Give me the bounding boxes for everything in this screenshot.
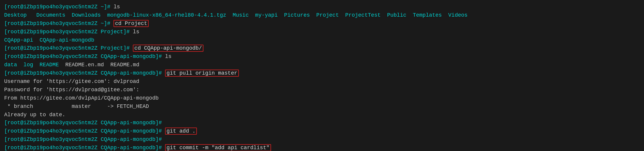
normal-text: ls	[165, 54, 172, 59]
prompt: [root@iZbp19po4ho3yqvoc5ntm2Z CQApp-api-…	[4, 54, 165, 59]
cyan-text: Desktop	[4, 12, 27, 18]
prompt: [root@iZbp19po4ho3yqvoc5ntm2Z ~]#	[4, 4, 113, 10]
normal-text	[27, 12, 36, 18]
cyan-text: Public	[387, 12, 407, 18]
cyan-text: Videos	[448, 12, 468, 18]
normal-text: README.en.md README.md	[59, 62, 139, 68]
terminal-line: [root@iZbp19po4ho3yqvoc5ntm2Z ~]# cd Pro…	[4, 20, 640, 28]
highlighted-command: git add .	[165, 128, 197, 135]
prompt: [root@iZbp19po4ho3yqvoc5ntm2Z Project]#	[4, 29, 133, 35]
normal-text: Username for 'https://gitee.com': dvlpro…	[4, 78, 139, 84]
normal-text	[65, 12, 72, 18]
normal-text: * branch master -> FETCH_HEAD	[4, 103, 149, 109]
normal-text	[406, 12, 413, 18]
prompt: [root@iZbp19po4ho3yqvoc5ntm2Z CQApp-api-…	[4, 128, 165, 134]
terminal-line: Username for 'https://gitee.com': dvlpro…	[4, 78, 640, 86]
terminal-line: Password for 'https://dvlproad@gitee.com…	[4, 86, 640, 94]
cyan-text: ProjectTest	[345, 12, 381, 18]
terminal-line: [root@iZbp19po4ho3yqvoc5ntm2Z CQApp-api-…	[4, 53, 640, 61]
normal-text	[310, 12, 316, 18]
normal-text	[339, 12, 345, 18]
prompt: [root@iZbp19po4ho3yqvoc5ntm2Z CQApp-api-…	[4, 136, 165, 142]
cyan-text: Project	[316, 12, 339, 18]
terminal-line: [root@iZbp19po4ho3yqvoc5ntm2Z CQApp-api-…	[4, 144, 640, 151]
cyan-text: CQApp-api	[4, 37, 33, 43]
normal-text	[278, 12, 284, 18]
terminal-line: data log README README.en.md README.md	[4, 61, 640, 69]
terminal-line: [root@iZbp19po4ho3yqvoc5ntm2Z CQApp-api-…	[4, 136, 640, 144]
normal-text	[442, 12, 448, 18]
terminal-line: Desktop Documents Downloads mongodb-linu…	[4, 11, 640, 20]
normal-text	[33, 37, 40, 43]
highlighted-command: cd Project	[113, 20, 149, 27]
normal-text: ls	[133, 29, 139, 35]
highlighted-command: git pull origin master	[165, 70, 239, 77]
normal-text	[226, 12, 233, 18]
cyan-text: Documents	[36, 12, 65, 18]
terminal-line: From https://gitee.com/dvlpApi/CQApp-api…	[4, 94, 640, 103]
terminal-line: [root@iZbp19po4ho3yqvoc5ntm2Z Project]# …	[4, 44, 640, 53]
highlighted-command: git commit -m "add api cardlist"	[165, 144, 271, 151]
terminal-output: [root@iZbp19po4ho3yqvoc5ntm2Z ~]# lsDesk…	[4, 3, 640, 151]
cyan-text: README	[40, 62, 59, 68]
cyan-text: CQApp-api-mongodb	[40, 37, 94, 43]
terminal-line: [root@iZbp19po4ho3yqvoc5ntm2Z CQApp-api-…	[4, 69, 640, 78]
normal-text	[33, 62, 40, 68]
terminal-line: * branch master -> FETCH_HEAD	[4, 103, 640, 111]
terminal-line: [root@iZbp19po4ho3yqvoc5ntm2Z CQApp-api-…	[4, 127, 640, 136]
normal-text	[101, 12, 107, 18]
cyan-text: log	[24, 62, 33, 68]
cyan-text: Templates	[413, 12, 442, 18]
terminal-line: Already up to date.	[4, 111, 640, 119]
cyan-text: Pictures	[284, 12, 310, 18]
normal-text: ls	[113, 4, 120, 10]
prompt: [root@iZbp19po4ho3yqvoc5ntm2Z CQApp-api-…	[4, 120, 165, 126]
prompt: [root@iZbp19po4ho3yqvoc5ntm2Z Project]#	[4, 45, 133, 51]
terminal-line: [root@iZbp19po4ho3yqvoc5ntm2Z Project]# …	[4, 28, 640, 36]
normal-text: From https://gitee.com/dvlpApi/CQApp-api…	[4, 95, 158, 101]
normal-text	[17, 62, 24, 68]
normal-text	[249, 12, 255, 18]
cyan-text: data	[4, 62, 17, 68]
highlighted-command: cd CQApp-api-mongodb/	[133, 45, 203, 52]
terminal-line: CQApp-api CQApp-api-mongodb	[4, 36, 640, 45]
normal-text: Password for 'https://dvlproad@gitee.com…	[4, 87, 139, 93]
normal-text: Already up to date.	[4, 112, 65, 118]
cyan-text: my-yapi	[255, 12, 278, 18]
prompt: [root@iZbp19po4ho3yqvoc5ntm2Z CQApp-api-…	[4, 70, 165, 76]
terminal-line: [root@iZbp19po4ho3yqvoc5ntm2Z ~]# ls	[4, 3, 640, 11]
prompt: [root@iZbp19po4ho3yqvoc5ntm2Z ~]#	[4, 21, 113, 26]
cyan-text: Downloads	[72, 12, 101, 18]
cyan-text: mongodb-linux-x86_64-rhel80-4.4.1.tgz	[107, 12, 226, 18]
cyan-text: Music	[233, 12, 249, 18]
prompt: [root@iZbp19po4ho3yqvoc5ntm2Z CQApp-api-…	[4, 145, 165, 151]
normal-text	[381, 12, 387, 18]
terminal-line: [root@iZbp19po4ho3yqvoc5ntm2Z CQApp-api-…	[4, 119, 640, 127]
